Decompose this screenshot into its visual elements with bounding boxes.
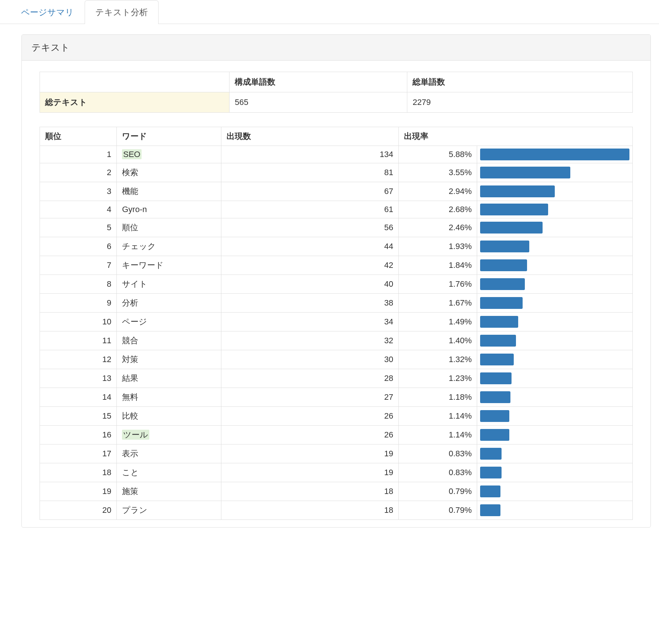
rank-cell: 18	[40, 463, 117, 482]
count-cell: 44	[221, 237, 398, 256]
word-cell: 分析	[117, 294, 221, 313]
rank-cell: 10	[40, 313, 117, 331]
bar-outer	[480, 185, 629, 197]
rank-cell: 3	[40, 182, 117, 201]
bar-cell	[477, 218, 633, 237]
words-header-rank: 順位	[40, 127, 117, 146]
summary-header-unique: 構成単語数	[230, 72, 407, 92]
word-cell: 比較	[117, 407, 221, 426]
rate-cell: 3.55%	[399, 163, 477, 182]
table-row: 2検索813.55%	[40, 163, 633, 182]
rank-cell: 9	[40, 294, 117, 313]
rank-cell: 5	[40, 218, 117, 237]
table-row: 16ツール261.14%	[40, 426, 633, 444]
rate-cell: 1.40%	[399, 331, 477, 350]
bar-cell	[477, 313, 633, 331]
bar-cell	[477, 369, 633, 388]
word-cell: 対策	[117, 350, 221, 369]
bar-inner	[480, 222, 543, 234]
bar-cell	[477, 331, 633, 350]
bar-cell	[477, 350, 633, 369]
bar-cell	[477, 182, 633, 201]
word-cell: SEO	[117, 146, 221, 163]
rate-cell: 0.83%	[399, 444, 477, 463]
rate-cell: 1.23%	[399, 369, 477, 388]
count-cell: 27	[221, 388, 398, 407]
table-row: 8サイト401.76%	[40, 275, 633, 294]
rate-cell: 1.14%	[399, 407, 477, 426]
text-panel: テキスト 構成単語数 総単語数 総テキスト 565	[21, 34, 651, 528]
word-cell: 施策	[117, 482, 221, 501]
rank-cell: 15	[40, 407, 117, 426]
bar-outer	[480, 241, 629, 252]
highlighted-word: SEO	[122, 149, 141, 159]
bar-outer	[480, 335, 629, 347]
rank-cell: 7	[40, 256, 117, 275]
bar-cell	[477, 237, 633, 256]
table-row: 12対策301.32%	[40, 350, 633, 369]
bar-inner	[480, 149, 629, 160]
bar-outer	[480, 485, 629, 497]
tab-text-analysis[interactable]: テキスト分析	[85, 0, 159, 24]
tab-page-summary[interactable]: ページサマリ	[10, 0, 85, 24]
word-cell: 検索	[117, 163, 221, 182]
table-row: 3機能672.94%	[40, 182, 633, 201]
rate-cell: 5.88%	[399, 146, 477, 163]
summary-unique-value: 565	[230, 92, 407, 113]
rate-cell: 1.67%	[399, 294, 477, 313]
bar-cell	[477, 501, 633, 520]
rank-cell: 16	[40, 426, 117, 444]
bar-cell	[477, 256, 633, 275]
rate-cell: 1.18%	[399, 388, 477, 407]
rate-cell: 2.68%	[399, 201, 477, 218]
bar-cell	[477, 201, 633, 218]
table-row: 11競合321.40%	[40, 331, 633, 350]
bar-inner	[480, 448, 501, 460]
word-cell: ページ	[117, 313, 221, 331]
tabs-bar: ページサマリ テキスト分析	[0, 0, 659, 24]
rank-cell: 12	[40, 350, 117, 369]
word-cell: ツール	[117, 426, 221, 444]
word-cell: キーワード	[117, 256, 221, 275]
bar-outer	[480, 278, 629, 290]
bar-outer	[480, 297, 629, 309]
summary-table: 構成単語数 総単語数 総テキスト 565 2279	[40, 72, 633, 113]
summary-header-total: 総単語数	[407, 72, 633, 92]
rank-cell: 17	[40, 444, 117, 463]
summary-header-blank	[40, 72, 230, 92]
rank-cell: 14	[40, 388, 117, 407]
bar-inner	[480, 167, 570, 178]
count-cell: 56	[221, 218, 398, 237]
word-cell: 順位	[117, 218, 221, 237]
word-cell: プラン	[117, 501, 221, 520]
word-cell: チェック	[117, 237, 221, 256]
words-header-word: ワード	[117, 127, 221, 146]
count-cell: 42	[221, 256, 398, 275]
word-cell: 無料	[117, 388, 221, 407]
count-cell: 18	[221, 482, 398, 501]
bar-cell	[477, 463, 633, 482]
summary-row: 総テキスト 565 2279	[40, 92, 633, 113]
rate-cell: 0.83%	[399, 463, 477, 482]
bar-outer	[480, 391, 629, 403]
word-cell: Gyro-n	[117, 201, 221, 218]
bar-outer	[480, 354, 629, 365]
word-cell: 機能	[117, 182, 221, 201]
count-cell: 81	[221, 163, 398, 182]
rate-cell: 1.93%	[399, 237, 477, 256]
word-cell: 競合	[117, 331, 221, 350]
table-row: 6チェック441.93%	[40, 237, 633, 256]
bar-inner	[480, 278, 524, 290]
count-cell: 34	[221, 313, 398, 331]
rate-cell: 1.76%	[399, 275, 477, 294]
bar-outer	[480, 204, 629, 215]
bar-cell	[477, 294, 633, 313]
count-cell: 26	[221, 426, 398, 444]
bar-inner	[480, 372, 511, 384]
bar-outer	[480, 429, 629, 441]
rank-cell: 13	[40, 369, 117, 388]
table-row: 20プラン180.79%	[40, 501, 633, 520]
bar-cell	[477, 426, 633, 444]
bar-outer	[480, 149, 629, 160]
bar-outer	[480, 448, 629, 460]
